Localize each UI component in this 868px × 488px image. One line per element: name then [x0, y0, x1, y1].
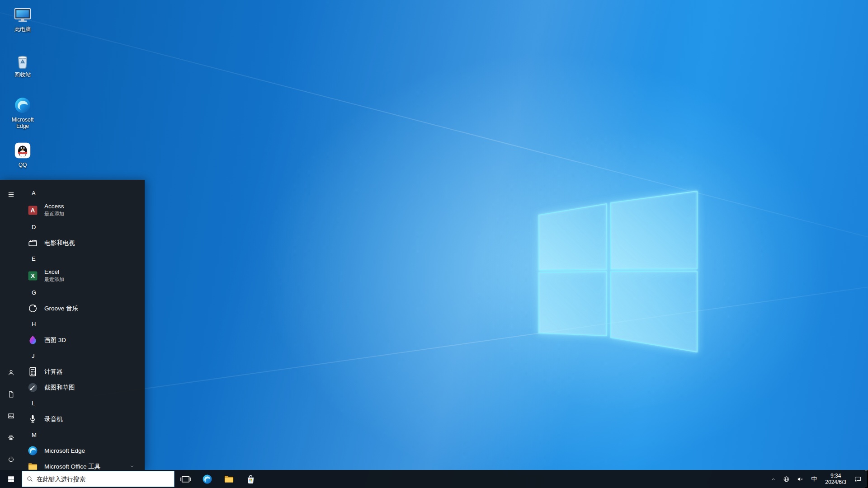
app-label: 画图 3D — [44, 336, 66, 344]
start-item-folder[interactable]: Microsoft Office 工具 — [22, 459, 145, 470]
taskbar: 中 9:34 2024/6/3 — [0, 470, 868, 488]
section-letter-label: E — [32, 255, 36, 262]
groove-icon — [27, 303, 38, 314]
section-letter-label: J — [32, 352, 35, 359]
app-label: 录音机 — [44, 415, 63, 423]
rail-power-button[interactable] — [0, 448, 22, 470]
start-item-paint3d[interactable]: 画图 3D — [22, 332, 145, 348]
hamburger-icon — [7, 191, 15, 198]
chevron-up-icon — [770, 476, 776, 482]
app-subtitle: 最近添加 — [44, 211, 64, 217]
calculator-icon — [27, 366, 38, 377]
clock[interactable]: 9:34 2024/6/3 — [821, 473, 851, 485]
app-subtitle: 最近添加 — [44, 276, 64, 283]
globe-network-icon — [783, 475, 790, 483]
desktop-icon-recycle[interactable]: 回收站 — [3, 49, 42, 94]
start-item-access[interactable]: Access 最近添加 — [22, 201, 145, 219]
app-label: Microsoft Office 工具 — [44, 463, 100, 470]
system-tray: 中 9:34 2024/6/3 — [767, 470, 868, 488]
section-letter-label: A — [32, 190, 36, 197]
desktop-icon-label: 此电脑 — [14, 26, 31, 33]
start-section-d[interactable]: D — [22, 219, 145, 235]
chevron-down-icon — [129, 463, 135, 470]
folder-icon — [27, 461, 38, 470]
ime-mode-button[interactable]: 中 — [807, 470, 821, 488]
desktop-icon-qq[interactable]: QQ — [3, 139, 42, 184]
rail-pictures-button[interactable] — [0, 405, 22, 427]
start-button[interactable] — [0, 470, 22, 488]
user-icon — [7, 369, 15, 376]
start-section-l[interactable]: L — [22, 395, 145, 411]
app-label: 计算器 — [44, 368, 63, 376]
app-label: Excel — [44, 268, 64, 275]
start-section-g[interactable]: G — [22, 285, 145, 300]
doc-icon — [7, 390, 15, 398]
start-item-excel[interactable]: Excel 最近添加 — [22, 267, 145, 285]
start-section-e[interactable]: E — [22, 251, 145, 267]
desktop-icon-edge[interactable]: Microsoft Edge — [3, 94, 42, 139]
section-letter-label: D — [32, 224, 36, 230]
network-button[interactable] — [779, 470, 793, 488]
start-item-groove[interactable]: Groove 音乐 — [22, 300, 145, 316]
clock-time: 9:34 — [825, 473, 846, 479]
search-icon — [26, 475, 33, 483]
movies-icon — [27, 237, 38, 249]
start-item-calculator[interactable]: 计算器 — [22, 364, 145, 380]
monitor-icon — [13, 5, 32, 24]
rail-expand-button[interactable] — [0, 183, 22, 205]
rail-documents-button[interactable] — [0, 383, 22, 405]
store-icon — [245, 474, 256, 485]
start-item-edge[interactable]: Microsoft Edge — [22, 443, 145, 459]
clock-date: 2024/6/3 — [825, 479, 846, 485]
section-letter-label: H — [32, 321, 36, 328]
paint3d-icon — [27, 334, 38, 346]
app-label: 截图和草图 — [44, 384, 75, 392]
windows-logo-icon — [7, 475, 15, 483]
volume-button[interactable] — [793, 470, 807, 488]
app-label: 电影和电视 — [44, 239, 75, 247]
show-desktop-button[interactable] — [865, 470, 868, 488]
task-view-button[interactable] — [175, 470, 196, 488]
start-section-m[interactable]: M — [22, 427, 145, 443]
speaker-icon — [797, 475, 804, 483]
rail-account-button[interactable] — [0, 361, 22, 383]
power-icon — [7, 455, 15, 463]
windows-logo — [536, 187, 701, 358]
start-menu-rail — [0, 180, 22, 470]
taskbar-search-box[interactable] — [22, 471, 175, 487]
folder-explorer-icon — [223, 474, 235, 485]
start-menu: A Access 最近添加 D 电影和电视 E Excel 最近添加 G — [0, 180, 145, 470]
app-label: Access — [44, 203, 64, 210]
start-section-h[interactable]: H — [22, 316, 145, 332]
search-input[interactable] — [37, 476, 170, 483]
rail-settings-button[interactable] — [0, 427, 22, 448]
start-section-a[interactable]: A — [22, 185, 145, 201]
section-letter-label: G — [32, 289, 36, 296]
gear-icon — [7, 434, 15, 441]
desktop-icon-area: 此电脑 回收站 Microsoft Edge QQ — [3, 4, 42, 184]
section-letter-label: L — [32, 400, 35, 407]
pic-icon — [7, 412, 15, 420]
microsoft-edge-button[interactable] — [196, 470, 218, 488]
file-explorer-button[interactable] — [218, 470, 240, 488]
start-app-list: A Access 最近添加 D 电影和电视 E Excel 最近添加 G — [22, 180, 145, 470]
desktop-icon-label: QQ — [19, 162, 27, 168]
snip-icon — [27, 382, 38, 393]
start-item-snip[interactable]: 截图和草图 — [22, 380, 145, 395]
start-item-recorder[interactable]: 录音机 — [22, 411, 145, 427]
ime-mode-label: 中 — [811, 475, 817, 483]
desktop-icon-label: Microsoft Edge — [5, 117, 40, 129]
desktop-icon-monitor[interactable]: 此电脑 — [3, 4, 42, 49]
taskbar-buttons — [175, 470, 261, 488]
taskview-icon — [180, 474, 191, 485]
tray-overflow-button[interactable] — [767, 470, 779, 488]
start-section-j[interactable]: J — [22, 348, 145, 364]
app-label: Groove 音乐 — [44, 305, 78, 313]
action-center-button[interactable] — [851, 470, 865, 488]
qq-icon — [13, 141, 32, 160]
app-label: Microsoft Edge — [44, 447, 85, 454]
access-icon — [27, 205, 38, 216]
microsoft-store-button[interactable] — [240, 470, 261, 488]
edge-icon — [13, 96, 32, 115]
start-item-movies[interactable]: 电影和电视 — [22, 235, 145, 251]
